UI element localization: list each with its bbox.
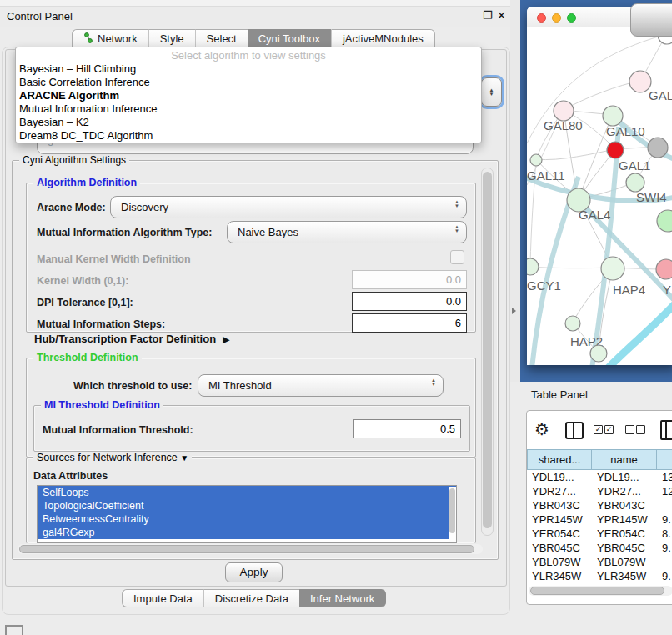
node-hap4[interactable] (601, 257, 624, 280)
table-row[interactable]: YPR145WYPR145W9. (527, 512, 672, 527)
dock-panel-icon[interactable] (5, 625, 23, 635)
algorithm-definition-title: Algorithm Definition (33, 177, 140, 188)
data-attribute-item[interactable]: BetweennessCentrality (38, 512, 456, 526)
node-unlabeled-bottom[interactable] (590, 345, 607, 362)
tab-network[interactable]: Network (72, 29, 148, 48)
tab-select[interactable]: Select (195, 29, 248, 48)
partial-toolbar-icon[interactable] (660, 420, 672, 440)
tab-style[interactable]: Style (148, 29, 195, 48)
manual-kernel-checkbox[interactable] (450, 250, 464, 264)
checked-box-icon[interactable]: ✓ (594, 425, 603, 434)
dpi-tolerance-field[interactable]: 0.0 (352, 292, 467, 311)
columns-icon[interactable] (565, 422, 584, 439)
close-window-icon[interactable] (537, 13, 546, 22)
algorithm-option[interactable]: Bayesian – K2 (16, 116, 481, 129)
network-window[interactable]: GALGAL80GAL10GAL1GAL11GAL4GCY1HAP4YHAP2S… (527, 7, 672, 365)
table-cell: 12 (662, 485, 672, 498)
algorithm-combo-button[interactable]: ▲ ▼ (481, 78, 502, 107)
divider-arrow-icon[interactable] (512, 308, 516, 314)
data-attribute-item[interactable]: SelfLoops (38, 486, 456, 499)
hub-definition-label: Hub/Transcription Factor Definition (34, 332, 216, 345)
network-edge[interactable] (564, 81, 640, 110)
tab-cyni-toolbox[interactable]: Cyni Toolbox (248, 29, 331, 48)
table-cell: YER054C (597, 528, 657, 540)
settings-hscrollbar[interactable] (18, 544, 483, 554)
table-row[interactable]: YER054CYER054C8. (527, 527, 672, 541)
mi-threshold-field[interactable]: 0.5 (353, 419, 461, 438)
hub-definition-toggle[interactable]: Hub/Transcription Factor Definition▶ (34, 332, 230, 345)
node-gal1[interactable] (626, 173, 644, 192)
node-gal10[interactable] (603, 106, 623, 126)
tab-label: jActiveMNodules (343, 32, 424, 45)
algorithm-option[interactable]: ARACNE Algorithm (16, 89, 481, 102)
settings-vscrollbar[interactable] (481, 168, 494, 536)
algorithm-option[interactable]: Mutual Information Inference (16, 102, 481, 116)
network-edge[interactable] (606, 302, 672, 365)
table-cell: YBR045C (532, 542, 592, 554)
collapse-down-icon[interactable]: ▼ (180, 453, 188, 462)
node-bright-green[interactable] (657, 210, 672, 232)
node-red[interactable] (607, 142, 624, 158)
control-panel-tabbar: NetworkStyleSelectCyni ToolboxjActiveMNo… (72, 29, 435, 48)
algorithm-option[interactable]: Dream8 DC_TDC Algorithm (16, 129, 481, 142)
node-gray[interactable] (648, 138, 668, 158)
table-cell: YBL079W (597, 556, 657, 568)
minimize-window-icon[interactable] (552, 13, 561, 22)
checked-box-icon[interactable]: ✓ (604, 425, 614, 434)
tab-label: Infer Network (310, 592, 374, 605)
manual-kernel-label: Manual Kernel Width Definition (37, 253, 191, 265)
tab-jactivemnodules[interactable]: jActiveMNodules (331, 29, 435, 48)
tab-label: Cyni Toolbox (258, 32, 320, 45)
unchecked-box-icon[interactable] (636, 425, 645, 434)
close-panel-icon[interactable]: ✕ (497, 9, 506, 22)
zoom-window-icon[interactable] (567, 13, 576, 22)
algorithm-option[interactable]: Bayesian – Hill Climbing (16, 62, 481, 76)
algorithm-option[interactable]: Basic Correlation Inference (16, 76, 481, 89)
data-attributes-label: Data Attributes (33, 470, 108, 482)
node-gcy1[interactable] (527, 258, 539, 275)
aracne-mode-combo[interactable]: Discovery ▲▼ (110, 196, 467, 218)
table-column-header[interactable]: name (592, 449, 657, 470)
data-attribute-item[interactable]: gal4RGexp (38, 526, 456, 539)
apply-button[interactable]: Apply (225, 562, 283, 582)
table-row[interactable]: YDL19...YDL19...13 (527, 470, 672, 484)
tab-discretize-data[interactable]: Discretize Data (203, 589, 299, 608)
table-row[interactable]: YDR27...YDR27...12 (527, 484, 672, 498)
float-panel-icon[interactable]: ❐ (483, 9, 493, 22)
table-row[interactable]: YLR345WYLR345W9. (527, 569, 672, 583)
table-hscrollbar[interactable] (529, 586, 672, 596)
table-row[interactable]: YBL079WYBL079W (527, 555, 672, 569)
network-edge[interactable] (536, 149, 615, 160)
bottom-tabbar: Impute DataDiscretize DataInfer Network (122, 589, 386, 608)
data-attribute-item[interactable]: TopologicalCoefficient (38, 499, 456, 512)
unchecked-box-icon[interactable] (625, 425, 634, 434)
table-row[interactable]: YBR045CYBR045C9. (527, 541, 672, 555)
gear-icon[interactable]: ⚙ (534, 419, 549, 439)
node-gal10-label: GAL10 (606, 124, 645, 138)
tab-label: Style (160, 32, 184, 45)
node-gal4-label: GAL4 (579, 208, 610, 222)
table-column-header[interactable]: shared... (527, 449, 592, 470)
tab-infer-network[interactable]: Infer Network (299, 589, 386, 608)
table-cell: YLR345W (597, 570, 657, 582)
aracne-mode-label: Aracne Mode: (37, 202, 106, 213)
settings-vscrollbar-thumb[interactable] (483, 172, 492, 528)
overlay-titlebar (630, 3, 672, 37)
network-edge[interactable] (530, 267, 613, 268)
mi-type-combo[interactable]: Naive Bayes ▲▼ (227, 221, 467, 243)
table-cell: YDR27... (597, 485, 657, 498)
kernel-width-field[interactable]: 0.0 (352, 270, 467, 289)
attr-list-vscrollbar[interactable] (449, 487, 456, 542)
data-attributes-list[interactable]: SelfLoopsTopologicalCoefficientBetweenne… (37, 485, 457, 543)
node-gal11[interactable] (530, 154, 542, 166)
tab-impute-data[interactable]: Impute Data (122, 589, 203, 608)
node-hap2[interactable] (565, 316, 580, 331)
stepper-down-icon: ▼ (489, 92, 494, 97)
table-row[interactable]: YBR043CYBR043C (527, 498, 672, 512)
mi-steps-field[interactable]: 6 (352, 313, 467, 332)
node-gal11-label: GAL11 (527, 168, 565, 182)
node-salmon[interactable] (656, 259, 672, 279)
network-canvas[interactable]: GALGAL80GAL10GAL1GAL11GAL4GCY1HAP4YHAP2S… (527, 27, 672, 365)
which-threshold-combo[interactable]: MI Threshold ▲▼ (198, 374, 444, 397)
table-column-header[interactable] (657, 449, 672, 470)
